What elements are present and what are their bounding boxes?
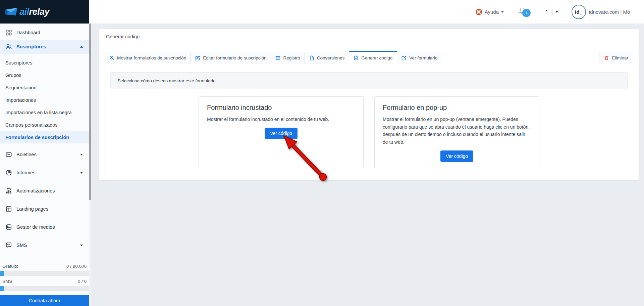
eliminar-button[interactable]: Eliminar xyxy=(599,52,633,64)
file-icon xyxy=(309,55,314,60)
tab-label: Generar código xyxy=(361,55,392,60)
sidebar-scrollbar-thumb[interactable] xyxy=(89,24,91,200)
sms-quota-label: SMS xyxy=(2,279,12,284)
sidebar-item-dashboard[interactable]: Dashboard xyxy=(0,26,89,40)
subitem-label: Importaciones en la lista negra xyxy=(5,110,71,115)
sidebar-item-label: Automatizaciones xyxy=(16,188,83,193)
tab-label: Editar formulario de suscripción xyxy=(203,55,266,60)
language-selector[interactable] xyxy=(544,9,558,15)
tab-label: Mostrar formularios de suscripción xyxy=(117,55,186,60)
chat-bubble-icon xyxy=(5,242,12,249)
file-code-icon xyxy=(354,55,359,60)
topbar: Ayuda 4 id_ idnovate.com | Mó xyxy=(89,0,644,24)
sidebar-item-label: Gestor de medios xyxy=(16,224,83,230)
people-icon xyxy=(5,43,12,50)
ver-codigo-popup-button[interactable]: Ver código xyxy=(440,150,473,162)
tab-label: Ver formulario xyxy=(409,55,437,60)
tab-conversiones[interactable]: Conversiones xyxy=(305,52,350,64)
tab-registro[interactable]: Registro xyxy=(271,52,305,64)
popup-form-card: Formulario en pop-up Mostrar el formular… xyxy=(374,96,539,168)
subitem-label: Segmentación xyxy=(5,85,37,90)
sidebar-subitem-suscriptores[interactable]: Suscriptores xyxy=(0,56,89,69)
sidebar-subitem-importaciones-lista-negra[interactable]: Importaciones en la lista negra xyxy=(0,106,89,119)
usage-stats: Gratuito 0 / 80.000 SMS 0 / 0 Contrata a… xyxy=(0,261,89,306)
free-quota-progressbar xyxy=(0,271,89,276)
tab-mostrar-formularios[interactable]: Mostrar formularios de suscripción xyxy=(105,52,191,64)
subitem-label: Campos personalizados xyxy=(5,122,58,128)
zoom-in-icon xyxy=(109,55,114,60)
sidebar-item-boletines[interactable]: Boletines xyxy=(0,147,89,162)
page-title: Generar código xyxy=(99,29,639,44)
sidebar-subitem-campos-personalizados[interactable]: Campos personalizados xyxy=(0,119,89,131)
notification-count-badge: 4 xyxy=(522,9,531,17)
tab-panel: Selecciona cómo deseas mostrar este form… xyxy=(105,64,633,178)
chevron-down-icon xyxy=(80,172,83,174)
help-label: Ayuda xyxy=(485,9,499,15)
sidebar-item-label: Boletines xyxy=(16,152,76,157)
sidebar: ailrelay Dashboard Suscriptores Suscript… xyxy=(0,0,89,306)
sidebar-item-label: Suscriptores xyxy=(16,44,76,49)
form-tabs: Mostrar formularios de suscripción Edita… xyxy=(105,51,633,64)
sidebar-item-label: SMS xyxy=(16,243,76,248)
spain-flag-icon xyxy=(544,9,552,15)
list-icon xyxy=(275,55,280,60)
embedded-form-card: Formulario incrustado Mostrar el formula… xyxy=(199,96,364,168)
brand-logo[interactable]: ailrelay xyxy=(0,0,89,24)
edit-icon xyxy=(195,55,200,60)
sidebar-item-label: Landing pages xyxy=(16,206,83,212)
embedded-form-description: Mostrar el formulario incrustado en el c… xyxy=(207,116,355,123)
subitem-label: Importaciones xyxy=(5,97,36,103)
sidebar-scrollbar[interactable] xyxy=(89,24,91,306)
sidebar-item-suscriptores[interactable]: Suscriptores xyxy=(0,40,89,54)
avatar[interactable]: id_ xyxy=(572,5,586,19)
layout-icon xyxy=(5,206,12,212)
sidebar-subitem-formularios-suscripcion[interactable]: Formularios de suscripción xyxy=(0,131,89,143)
chevron-down-icon xyxy=(80,245,83,246)
sidebar-subitem-grupos[interactable]: Grupos xyxy=(0,69,89,81)
trash-icon xyxy=(604,55,609,60)
life-ring-icon xyxy=(475,8,482,15)
sidebar-item-landing-pages[interactable]: Landing pages xyxy=(0,202,89,216)
chevron-up-icon xyxy=(80,46,83,48)
sidebar-item-automatizaciones[interactable]: Automatizaciones xyxy=(0,184,89,198)
popup-form-description: Mostrar el formulario en un pop-up (vent… xyxy=(383,116,531,146)
automation-flow-icon xyxy=(5,187,12,194)
sms-quota-value: 0 / 0 xyxy=(78,279,87,284)
tab-editar-formulario[interactable]: Editar formulario de suscripción xyxy=(191,52,271,64)
subitem-label: Formularios de suscripción xyxy=(5,135,69,140)
image-icon xyxy=(5,224,12,230)
sms-quota-progressbar xyxy=(0,286,89,291)
sidebar-item-gestor-de-medios[interactable]: Gestor de medios xyxy=(0,220,89,234)
chevron-down-icon xyxy=(555,11,558,13)
generar-codigo-card: Generar código Mostrar formularios de su… xyxy=(99,29,639,180)
sidebar-item-label: Dashboard xyxy=(16,30,83,35)
subitem-label: Suscriptores xyxy=(5,60,33,65)
subitem-label: Grupos xyxy=(5,73,21,78)
chevron-down-icon xyxy=(80,154,83,156)
grid-icon xyxy=(5,29,12,36)
free-quota-value: 0 / 80.000 xyxy=(66,264,87,269)
ver-codigo-embedded-button[interactable]: Ver código xyxy=(265,128,298,139)
tab-label: Conversiones xyxy=(317,55,345,60)
help-menu[interactable]: Ayuda xyxy=(475,8,504,15)
chevron-down-icon xyxy=(501,11,504,13)
popup-form-title: Formulario en pop-up xyxy=(383,104,531,112)
sidebar-item-informes[interactable]: Informes xyxy=(0,166,89,180)
tab-generar-codigo[interactable]: Generar código xyxy=(349,51,397,64)
account-name[interactable]: idnovate.com | Mó xyxy=(589,9,644,15)
sidebar-item-label: Informes xyxy=(16,170,76,175)
embedded-form-title: Formulario incrustado xyxy=(207,104,355,112)
envelope-icon xyxy=(5,151,12,158)
brand-wordmark: ailrelay xyxy=(19,7,49,17)
tab-ver-formulario[interactable]: Ver formulario xyxy=(397,52,442,64)
notifications-button[interactable]: 4 xyxy=(518,7,527,17)
sidebar-item-sms[interactable]: SMS xyxy=(0,238,89,252)
sidebar-subitem-importaciones[interactable]: Importaciones xyxy=(0,94,89,106)
external-link-icon xyxy=(401,55,407,60)
info-alert: Selecciona cómo deseas mostrar este form… xyxy=(110,72,628,89)
pie-chart-icon xyxy=(5,169,12,176)
contrata-ahora-button[interactable]: Contrata ahora xyxy=(0,295,89,306)
tab-label: Registro xyxy=(283,55,300,60)
suscriptores-submenu: Suscriptores Grupos Segmentación Importa… xyxy=(0,56,89,143)
sidebar-subitem-segmentacion[interactable]: Segmentación xyxy=(0,81,89,94)
